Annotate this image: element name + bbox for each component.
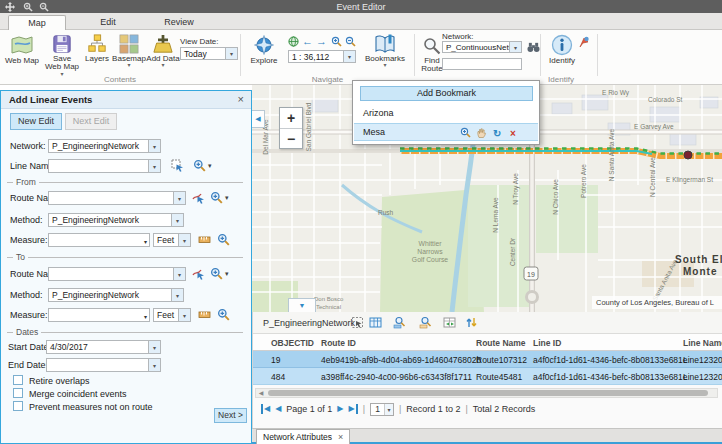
collapse-table-button[interactable]: ▼: [288, 298, 316, 312]
network-field-select[interactable]: P_EngineeringNetwork ▾: [48, 139, 161, 153]
previous-page-button[interactable]: ◀: [275, 404, 281, 414]
scroll-left-icon[interactable]: ◀: [256, 389, 266, 397]
svg-text:Monte: Monte: [683, 266, 717, 277]
page-number-select[interactable]: 1 ▾: [370, 403, 394, 416]
map-scale-select[interactable]: 1 : 36,112 ▾: [288, 50, 356, 63]
last-page-button[interactable]: ▶: [349, 404, 358, 414]
ribbon-tab-strip: Map Edit Review: [0, 13, 722, 30]
prevent-measures-checkbox[interactable]: [13, 401, 23, 411]
to-route-name-select[interactable]: ▾: [48, 267, 186, 281]
line-name-select[interactable]: ▾: [48, 159, 161, 173]
bookmarks-button[interactable]: Bookmarks ▾: [362, 34, 408, 68]
attribute-table-icon[interactable]: [369, 316, 383, 330]
web-map-button[interactable]: Web Map: [2, 34, 42, 65]
chevron-down-icon[interactable]: ▾: [225, 270, 229, 278]
switch-table-icon[interactable]: [443, 316, 457, 330]
column-header[interactable]: Route Name: [476, 338, 526, 348]
street-label: N Lema Ave: [492, 197, 499, 233]
bottom-tab-strip: Network Attributes ×: [252, 428, 722, 444]
select-route-on-map-icon[interactable]: [192, 267, 205, 282]
tab-map[interactable]: Map: [8, 15, 66, 30]
next-page-button[interactable]: ▶: [337, 404, 343, 414]
street-label: N Troy Ave: [512, 173, 520, 205]
from-method-select[interactable]: P_EngineeringNetwork ▾: [48, 213, 184, 227]
bookmark-item[interactable]: Mesa ↻ ×: [354, 123, 538, 141]
network-field-label: Network:: [10, 141, 46, 151]
start-date-select[interactable]: 4/30/2017 ▾: [46, 340, 161, 354]
from-measure-unit-select[interactable]: Feet ▾: [153, 233, 191, 247]
collapse-left-panel-button[interactable]: ◀: [252, 110, 265, 128]
binoculars-icon[interactable]: [527, 42, 540, 55]
map-zoom-in-button[interactable]: +: [280, 108, 302, 128]
to-measure-unit-select[interactable]: Feet ▾: [153, 308, 191, 322]
column-header[interactable]: Line ID: [533, 338, 561, 348]
identify-button[interactable]: Identify: [544, 34, 580, 65]
find-route-input[interactable]: [442, 58, 522, 70]
next-extent-icon[interactable]: →: [316, 36, 327, 47]
select-records-icon[interactable]: [351, 316, 365, 330]
zoom-to-selected-icon[interactable]: [393, 316, 407, 330]
scrollbar-thumb[interactable]: [268, 390, 708, 396]
update-bookmark-icon[interactable]: ↻: [493, 125, 505, 137]
bookmark-item[interactable]: Arizona: [354, 105, 538, 121]
merge-coincident-checkbox[interactable]: [13, 388, 23, 398]
table-row[interactable]: 484 a398ff4c-2940-4c00-96b6-c6343f8f1711…: [253, 368, 722, 385]
zoom-in-tool-icon[interactable]: [331, 36, 342, 49]
add-data-button[interactable]: Add Data ▾: [146, 34, 180, 68]
next-edit-button[interactable]: Next Edit: [65, 113, 117, 130]
app-title: Event Editor: [0, 2, 722, 12]
previous-extent-icon[interactable]: ←: [302, 36, 313, 47]
zoom-out-tool-icon[interactable]: [345, 36, 356, 49]
to-method-select[interactable]: P_EngineeringNetwork ▾: [48, 288, 184, 302]
to-measure-input[interactable]: ▾: [48, 308, 150, 322]
street-label: E Garvey Ave: [634, 123, 674, 131]
zoom-to-line-icon[interactable]: [193, 159, 206, 174]
zoom-to-measure-icon[interactable]: [217, 308, 230, 323]
zoom-to-measure-icon[interactable]: [217, 233, 230, 248]
chevron-down-icon: ▾: [343, 51, 355, 62]
select-route-on-map-icon[interactable]: [192, 191, 205, 206]
measure-on-map-icon[interactable]: [198, 308, 211, 323]
close-icon[interactable]: ×: [238, 93, 244, 105]
from-route-name-select[interactable]: ▾: [48, 191, 186, 205]
column-header[interactable]: Route ID: [321, 338, 356, 348]
from-measure-input[interactable]: ▾: [48, 233, 150, 247]
end-date-select[interactable]: ▾: [46, 358, 161, 372]
view-date-select[interactable]: Today ▾: [180, 47, 238, 60]
select-line-on-map-icon[interactable]: [171, 159, 184, 174]
globe-icon[interactable]: [288, 36, 299, 49]
explore-button[interactable]: Explore: [244, 34, 284, 65]
pan-to-bookmark-icon[interactable]: [476, 127, 488, 139]
locate-marker-icon[interactable]: [578, 36, 590, 50]
add-bookmark-button[interactable]: Add Bookmark: [360, 86, 533, 101]
tab-edit[interactable]: Edit: [80, 15, 136, 30]
map-zoom-out-button[interactable]: −: [280, 128, 302, 148]
tab-review[interactable]: Review: [148, 15, 210, 30]
save-web-map-button[interactable]: SaveWeb Map ▾: [42, 34, 82, 77]
horizontal-scrollbar[interactable]: ◀: [255, 388, 718, 398]
measure-on-map-icon[interactable]: [198, 233, 211, 248]
first-page-button[interactable]: ◀: [261, 404, 270, 414]
table-row[interactable]: 19 4eb9419b-af9b-4d04-ab69-1d460476802b …: [253, 351, 722, 368]
chevron-down-icon[interactable]: ▾: [225, 194, 229, 202]
street-label: Rush: [378, 209, 394, 216]
zoom-to-route-icon[interactable]: [210, 191, 223, 206]
add-data-icon: [153, 34, 173, 54]
close-icon[interactable]: ×: [338, 430, 343, 444]
next-button[interactable]: Next >: [214, 408, 247, 423]
tab-network-attributes[interactable]: Network Attributes ×: [256, 429, 350, 444]
new-edit-button[interactable]: New Edit: [10, 113, 62, 130]
delete-bookmark-icon[interactable]: ×: [510, 125, 522, 137]
pan-to-selected-icon[interactable]: [419, 316, 433, 330]
layers-button[interactable]: Layers: [82, 34, 112, 63]
sort-icon[interactable]: [465, 316, 479, 330]
column-header[interactable]: Line Name: [683, 338, 722, 348]
retire-overlaps-checkbox[interactable]: [13, 375, 23, 385]
street-label: N Santa Anita Ave: [608, 128, 615, 181]
zoom-to-route-icon[interactable]: [210, 267, 223, 282]
basemap-button[interactable]: Basemap ▾: [112, 34, 146, 68]
chevron-down-icon[interactable]: ▾: [208, 162, 212, 170]
column-header[interactable]: OBJECTID: [271, 338, 314, 348]
zoom-to-bookmark-icon[interactable]: [460, 127, 472, 139]
network-select[interactable]: P_ContinuousNetwork ▾: [442, 41, 522, 53]
